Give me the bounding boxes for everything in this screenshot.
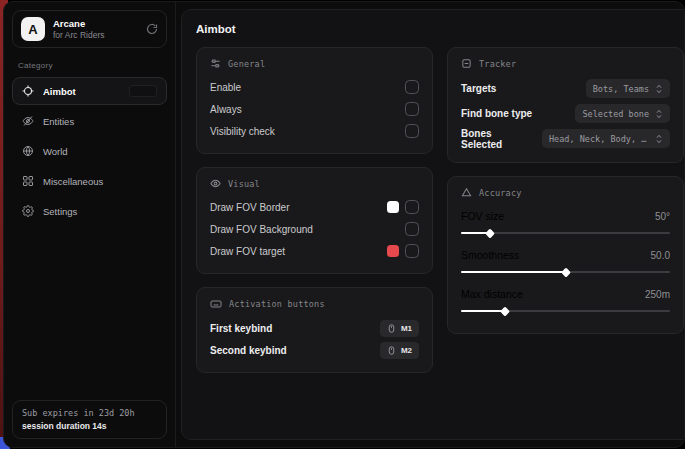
card-title: Tracker — [479, 59, 516, 69]
setting-row-fov-background: Draw FOV Background — [210, 218, 419, 240]
card-title: Activation buttons — [229, 299, 325, 309]
aimbot-hotkey-badge — [129, 85, 157, 97]
activation-buttons-card: Activation buttons First keybind M1 — [196, 287, 433, 373]
triangle-icon — [461, 187, 472, 198]
setting-row-visibility-check: Visibility check — [210, 120, 419, 142]
sidebar: A Arcane for Arc Riders Category — [4, 2, 176, 447]
screen: A Arcane for Arc Riders Category — [0, 0, 685, 449]
sidebar-item-label: Aimbot — [43, 86, 76, 97]
brand-header: A Arcane for Arc Riders — [12, 10, 167, 48]
targets-select[interactable]: Bots, Teams — [586, 79, 670, 98]
fov-target-color-swatch[interactable] — [387, 245, 399, 257]
setting-value: 50.0 — [651, 250, 670, 261]
left-column: General Enable Always Visibi — [196, 47, 433, 373]
sidebar-item-label: Entities — [43, 116, 74, 127]
setting-row-bones-selected: Bones Selected Head, Neck, Body, Fe... — [461, 126, 670, 151]
slider-thumb[interactable] — [561, 267, 571, 277]
setting-row-targets: Targets Bots, Teams — [461, 76, 670, 101]
scan-box-icon — [461, 58, 472, 69]
sidebar-item-entities[interactable]: Entities — [12, 107, 167, 135]
sidebar-item-aimbot[interactable]: Aimbot — [12, 77, 167, 105]
gear-icon — [22, 205, 34, 217]
app-logo: A — [21, 17, 45, 41]
sidebar-item-label: World — [43, 146, 68, 157]
setting-row-always: Always — [210, 98, 419, 120]
slider-thumb[interactable] — [500, 306, 510, 316]
setting-label: Draw FOV Border — [210, 202, 289, 213]
setting-label: Draw FOV Background — [210, 224, 313, 235]
setting-label: FOV size — [461, 210, 504, 222]
sidebar-item-world[interactable]: World — [12, 137, 167, 165]
select-value: Bots, Teams — [593, 84, 649, 94]
mouse-icon — [387, 346, 396, 355]
setting-label: Second keybind — [210, 345, 287, 356]
max-distance-slider[interactable] — [461, 306, 670, 316]
setting-row-fov-border: Draw FOV Border — [210, 196, 419, 218]
card-title: General — [228, 59, 265, 69]
grid-icon — [22, 175, 34, 187]
card-title: Visual — [228, 179, 260, 189]
app-subtitle: for Arc Riders — [53, 30, 105, 40]
chevron-up-down-icon — [655, 109, 663, 119]
setting-label: Max distance — [461, 288, 523, 300]
enable-checkbox[interactable] — [405, 80, 419, 94]
setting-row-smoothness: Smoothness 50.0 — [461, 244, 670, 283]
smoothness-slider[interactable] — [461, 267, 670, 277]
eye-off-icon — [22, 115, 34, 127]
session-duration-text: session duration 14s — [22, 421, 157, 431]
page-title: Aimbot — [196, 23, 684, 35]
find-bone-type-select[interactable]: Selected bone — [575, 104, 670, 123]
select-value: Selected bone — [582, 109, 649, 119]
setting-value: 250m — [645, 289, 670, 300]
slider-fill — [461, 310, 505, 312]
setting-label: First keybind — [210, 323, 272, 334]
keybind-value: M1 — [401, 324, 412, 333]
setting-label: Draw FOV target — [210, 246, 285, 257]
setting-label: Always — [210, 104, 242, 115]
bones-selected-select[interactable]: Head, Neck, Body, Fe... — [542, 129, 670, 148]
mouse-icon — [387, 324, 396, 333]
card-title: Accuracy — [479, 188, 522, 198]
setting-label: Find bone type — [461, 108, 532, 119]
fov-size-slider[interactable] — [461, 228, 670, 238]
fov-border-color-swatch[interactable] — [387, 201, 399, 213]
tracker-card: Tracker Targets Bots, Teams — [447, 47, 684, 163]
main-panel: Aimbot General — [181, 9, 685, 440]
sidebar-item-label: Miscellaneous — [43, 176, 103, 187]
sliders-icon — [210, 58, 221, 69]
crosshair-icon — [22, 85, 34, 97]
second-keybind-button[interactable]: M2 — [380, 342, 419, 359]
setting-row-find-bone-type: Find bone type Selected bone — [461, 101, 670, 126]
fov-border-checkbox[interactable] — [405, 200, 419, 214]
sidebar-item-settings[interactable]: Settings — [12, 197, 167, 225]
category-label: Category — [18, 61, 161, 70]
sidebar-nav: Aimbot Entities — [12, 77, 167, 225]
setting-row-max-distance: Max distance 250m — [461, 283, 670, 322]
always-checkbox[interactable] — [405, 102, 419, 116]
setting-row-fov-target: Draw FOV target — [210, 240, 419, 262]
sidebar-item-miscellaneous[interactable]: Miscellaneous — [12, 167, 167, 195]
slider-fill — [461, 271, 566, 273]
refresh-icon[interactable] — [146, 23, 158, 35]
slider-thumb[interactable] — [485, 228, 495, 238]
setting-label: Visibility check — [210, 126, 275, 137]
select-value: Head, Neck, Body, Fe... — [549, 134, 649, 144]
fov-background-checkbox[interactable] — [405, 222, 419, 236]
subscription-status: Sub expires in 23d 20h session duration … — [12, 400, 167, 439]
fov-target-checkbox[interactable] — [405, 244, 419, 258]
visibility-check-checkbox[interactable] — [405, 124, 419, 138]
chevron-up-down-icon — [655, 84, 663, 94]
app-window: A Arcane for Arc Riders Category — [3, 1, 685, 448]
app-name: Arcane — [53, 18, 105, 29]
right-column: Tracker Targets Bots, Teams — [447, 47, 684, 334]
first-keybind-button[interactable]: M1 — [380, 320, 419, 337]
sub-expiry-text: Sub expires in 23d 20h — [22, 408, 157, 418]
setting-value: 50° — [655, 211, 670, 222]
sidebar-item-label: Settings — [43, 206, 77, 217]
keybind-value: M2 — [401, 346, 412, 355]
setting-row-fov-size: FOV size 50° — [461, 205, 670, 244]
setting-row-first-keybind: First keybind M1 — [210, 317, 419, 339]
main-wrap: Aimbot General — [176, 2, 685, 447]
globe-icon — [22, 145, 34, 157]
setting-label: Targets — [461, 83, 496, 94]
